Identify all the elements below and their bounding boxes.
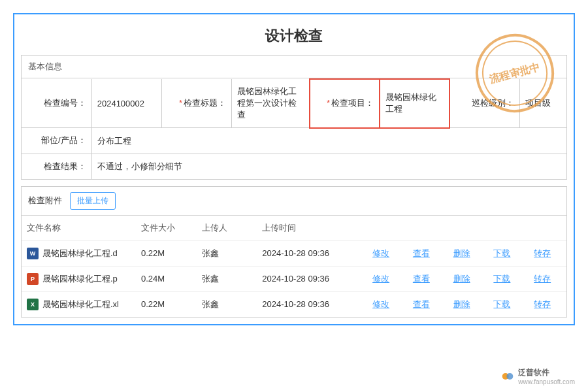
edit-link[interactable]: 修改 [372, 299, 389, 309]
view-link[interactable]: 查看 [413, 299, 430, 309]
stamp-text: 流程审批中 [488, 60, 542, 87]
col-uploader: 上传人 [197, 216, 257, 241]
download-link[interactable]: 下载 [493, 274, 510, 284]
col-size: 文件大小 [136, 216, 197, 241]
save-link[interactable]: 转存 [534, 274, 551, 284]
attachments-section: 检查附件 批量上传 文件名称 文件大小 上传人 上传时间 W晟铭园林绿化工程.d… [21, 186, 567, 318]
delete-link[interactable]: 删除 [453, 274, 470, 284]
save-link[interactable]: 转存 [534, 299, 551, 309]
edit-link[interactable]: 修改 [372, 274, 389, 284]
file-uploader: 张鑫 [197, 240, 257, 266]
file-table: 文件名称 文件大小 上传人 上传时间 W晟铭园林绿化工程.d0.22M张鑫202… [22, 216, 566, 317]
view-link[interactable]: 查看 [413, 274, 430, 284]
file-type-icon: W [27, 248, 39, 259]
result-label: 检查结果： [22, 154, 91, 179]
delete-link[interactable]: 删除 [453, 299, 470, 309]
footer-logo: 泛普软件 www.fanpusoft.com [501, 367, 575, 385]
main-panel: 设计检查 流程审批中 基本信息 检查编号： 2024100002 *检查标题： … [13, 13, 575, 325]
brand-url: www.fanpusoft.com [518, 378, 575, 385]
download-link[interactable]: 下载 [493, 248, 510, 258]
table-row: P晟铭园林绿化工程.p0.24M张鑫2024-10-28 09:36修改查看删除… [22, 266, 566, 291]
file-name-cell: P晟铭园林绿化工程.p [27, 273, 131, 285]
brand-name: 泛普软件 [518, 367, 575, 378]
part-label: 部位/产品： [22, 128, 91, 154]
table-row: X晟铭园林绿化工程.xl0.22M张鑫2024-10-28 09:36修改查看删… [22, 291, 566, 317]
check-no-value: 2024100002 [91, 79, 161, 128]
svg-point-1 [507, 373, 514, 380]
part-value: 分布工程 [91, 128, 566, 154]
check-title-value: 晟铭园林绿化工程第一次设计检查 [232, 79, 310, 128]
file-name-cell: W晟铭园林绿化工程.d [27, 248, 131, 259]
brand-icon [501, 370, 514, 383]
file-type-icon: P [27, 273, 39, 285]
file-size: 0.24M [136, 266, 197, 291]
file-uploader: 张鑫 [197, 266, 257, 291]
file-name: 晟铭园林绿化工程.d [42, 248, 118, 259]
file-name-cell: X晟铭园林绿化工程.xl [27, 299, 131, 310]
save-link[interactable]: 转存 [534, 248, 551, 258]
file-uploader: 张鑫 [197, 291, 257, 317]
file-name: 晟铭园林绿化工程.p [42, 273, 118, 285]
delete-link[interactable]: 删除 [453, 248, 470, 258]
col-time: 上传时间 [257, 216, 365, 241]
batch-upload-button[interactable]: 批量上传 [70, 192, 116, 210]
file-time: 2024-10-28 09:36 [257, 291, 365, 317]
file-time: 2024-10-28 09:36 [257, 266, 365, 291]
check-project-value: 晟铭园林绿化工程 [380, 79, 449, 128]
file-size: 0.22M [136, 291, 197, 317]
file-type-icon: X [27, 299, 39, 310]
view-link[interactable]: 查看 [413, 248, 430, 258]
check-project-label: *检查项目： [310, 79, 380, 128]
check-title-label: *检查标题： [161, 79, 231, 128]
result-value: 不通过，小修部分细节 [91, 154, 566, 179]
file-name: 晟铭园林绿化工程.xl [42, 299, 119, 310]
file-time: 2024-10-28 09:36 [257, 240, 365, 266]
download-link[interactable]: 下载 [493, 299, 510, 309]
attachments-header: 检查附件 批量上传 [22, 187, 566, 216]
edit-link[interactable]: 修改 [372, 248, 389, 258]
file-size: 0.22M [136, 240, 197, 266]
check-no-label: 检查编号： [22, 79, 91, 128]
col-name: 文件名称 [22, 216, 136, 241]
attachments-title: 检查附件 [28, 195, 62, 206]
table-row: W晟铭园林绿化工程.d0.22M张鑫2024-10-28 09:36修改查看删除… [22, 240, 566, 266]
